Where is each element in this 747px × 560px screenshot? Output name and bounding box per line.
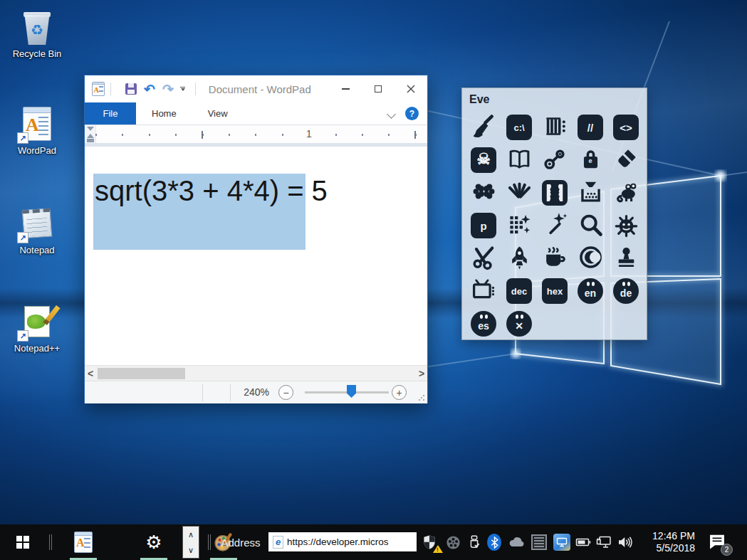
scissors-icon[interactable] — [471, 244, 497, 273]
bug-icon[interactable] — [613, 211, 639, 241]
p-tile[interactable]: p — [471, 213, 496, 238]
book-icon[interactable] — [506, 146, 533, 175]
tray-grille-icon[interactable] — [528, 524, 550, 560]
address-input[interactable]: e https://developer.micros — [268, 532, 417, 551]
funnel-box-icon[interactable] — [578, 179, 604, 208]
scroll-down-icon[interactable]: ∨ — [183, 542, 199, 558]
scroll-up-icon[interactable]: ∧ — [183, 527, 199, 542]
close-icon — [407, 85, 415, 93]
desktop-icon-label: Notepad — [3, 245, 71, 255]
quick-access-dropdown[interactable] — [179, 87, 187, 92]
x-face-circle[interactable]: ✕ — [506, 311, 532, 337]
tray-volume-icon[interactable] — [614, 524, 635, 560]
ruler-inch-label: 1 — [304, 128, 314, 139]
toolbar-grip[interactable] — [208, 534, 209, 550]
maximize-icon — [375, 85, 382, 93]
grid-sparkle-icon[interactable] — [506, 211, 533, 241]
left-indent-marker[interactable] — [87, 139, 94, 142]
document-area[interactable]: sqrt(3*3 + 4*4) = 5 — [85, 147, 427, 365]
eraser-icon[interactable] — [613, 146, 639, 175]
redo-button[interactable]: ↷ — [162, 83, 174, 96]
chameleon-icon[interactable] — [613, 179, 639, 208]
zoom-in-button[interactable]: + — [392, 385, 407, 400]
rocket-icon[interactable] — [506, 244, 533, 273]
slashes-tile[interactable]: // — [578, 115, 603, 140]
tab-view[interactable]: View — [192, 102, 244, 125]
tray-film-reel-icon[interactable] — [443, 524, 463, 560]
moon-contrast-icon[interactable] — [578, 244, 604, 273]
scroll-right-button[interactable]: > — [416, 366, 427, 381]
shortcut-arrow-icon: ↗ — [17, 132, 28, 144]
warning-triangle-icon — [433, 545, 443, 553]
tab-file[interactable]: File — [85, 102, 136, 125]
resize-grip[interactable] — [419, 395, 424, 401]
close-button[interactable] — [395, 75, 427, 102]
taskbar-clock[interactable]: 12:46 PM 5/5/2018 — [634, 530, 695, 554]
tray-ethernet-icon[interactable] — [594, 524, 615, 560]
title-bar[interactable]: A ↶ ↷ Document - WordPad — [85, 75, 427, 102]
collapse-ribbon-chevron-icon[interactable] — [387, 110, 396, 119]
zoom-slider-thumb[interactable] — [347, 385, 356, 398]
faces-vase-tile[interactable] — [542, 180, 568, 206]
magic-wand-icon[interactable] — [542, 211, 568, 241]
shortcut-arrow-icon: ↗ — [17, 330, 28, 342]
accordion-icon[interactable] — [542, 113, 568, 142]
tray-network-app-icon[interactable] — [551, 524, 573, 560]
desktop-icon-notepad-plus-plus[interactable]: ↗ Notepad++ — [3, 303, 71, 354]
code-tile[interactable]: <> — [613, 115, 639, 140]
de-circle[interactable]: de — [613, 278, 639, 304]
minimize-button[interactable] — [329, 75, 362, 102]
hanging-indent-marker[interactable] — [87, 134, 94, 138]
taskbar-scroll-widget[interactable]: ∧ ∨ — [182, 526, 199, 559]
steam-icon[interactable] — [542, 146, 568, 175]
undo-button[interactable]: ↶ — [144, 83, 155, 96]
es-circle[interactable]: es — [471, 311, 496, 337]
first-line-indent-marker[interactable] — [87, 127, 94, 131]
horizontal-scrollbar[interactable]: < > — [85, 365, 427, 381]
cmd-prompt-tile[interactable]: c:\ — [506, 115, 532, 140]
stamp-icon[interactable] — [613, 244, 639, 273]
document-text[interactable]: sqrt(3*3 + 4*4) = 5 — [95, 175, 328, 207]
taskbar-app-settings[interactable]: ⚙ — [137, 524, 170, 560]
wordpad-taskbar-icon: A — [74, 532, 93, 553]
desktop-icon-wordpad[interactable]: A ↗ WordPad — [3, 105, 71, 156]
dec-tile[interactable]: dec — [506, 278, 532, 304]
desktop-icon-notepad[interactable]: ↗ Notepad — [3, 205, 71, 255]
coffee-icon[interactable] — [542, 244, 568, 273]
tray-onedrive-cloud-icon[interactable] — [506, 524, 527, 560]
gear-icon: ⚙ — [145, 533, 162, 551]
en-circle[interactable]: en — [578, 278, 603, 304]
lock-icon[interactable]: e — [578, 146, 604, 175]
desktop-icon-label: Recycle Bin — [3, 48, 71, 59]
help-button[interactable]: ? — [405, 107, 419, 120]
save-button[interactable] — [125, 83, 137, 95]
tray-bluetooth-icon[interactable] — [484, 524, 504, 560]
hex-tile[interactable]: hex — [542, 278, 568, 304]
bellows-icon[interactable] — [506, 179, 533, 208]
tv-icon[interactable] — [471, 277, 497, 306]
tray-usb-icon[interactable] — [464, 524, 484, 560]
zoom-level: 240% — [244, 386, 269, 398]
zoom-out-button[interactable]: − — [278, 385, 293, 400]
tab-home[interactable]: Home — [136, 102, 192, 125]
desktop-icon-recycle-bin[interactable]: ♻ Recycle Bin — [3, 9, 71, 59]
scrollbar-thumb[interactable] — [98, 368, 185, 379]
tray-battery-icon[interactable] — [573, 524, 594, 560]
wordpad-app-icon[interactable]: A — [92, 82, 105, 96]
maximize-button[interactable] — [362, 75, 395, 102]
broom-icon[interactable] — [471, 113, 497, 142]
tray-defender-warning-icon[interactable] — [419, 524, 440, 560]
start-button[interactable] — [6, 524, 40, 560]
brain-icon[interactable] — [471, 179, 497, 208]
magnifier-icon[interactable] — [578, 211, 604, 241]
notification-badge: 2 — [721, 544, 733, 556]
unselected-text: = 5 — [279, 175, 328, 206]
toolbar-grip[interactable] — [49, 534, 50, 550]
scroll-left-button[interactable]: < — [85, 366, 96, 381]
clock-date: 5/5/2018 — [634, 542, 695, 554]
skull-tile[interactable]: ☠ — [471, 147, 496, 173]
ribbon-tab-bar: File Home View ? — [85, 102, 427, 125]
window-title: Document - WordPad — [209, 83, 311, 95]
taskbar-app-wordpad[interactable]: A — [67, 524, 100, 560]
action-center-button[interactable]: 2 — [702, 524, 733, 560]
